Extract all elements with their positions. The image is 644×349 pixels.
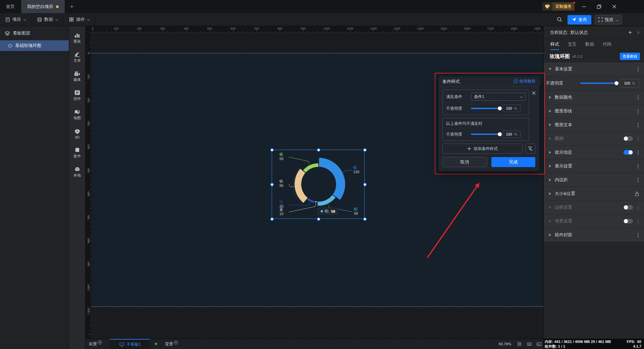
section-toggle-off[interactable] bbox=[624, 205, 633, 210]
tab-home[interactable]: 首页 bbox=[0, 0, 21, 13]
settings-section-11[interactable]: 背景设置 bbox=[544, 214, 644, 228]
opacity-input[interactable]: 100% bbox=[502, 105, 521, 112]
section-toggle-off[interactable] bbox=[624, 136, 633, 141]
board-tab-active[interactable]: 子看板1 bbox=[110, 339, 150, 349]
background-button[interactable]: 背景 bbox=[162, 339, 181, 349]
chevron-collapsed-icon[interactable] bbox=[549, 96, 551, 99]
section-menu-icon[interactable] bbox=[637, 163, 639, 169]
chevron-collapsed-icon[interactable] bbox=[549, 234, 551, 236]
slider-knob[interactable] bbox=[498, 132, 502, 136]
selection-handle[interactable] bbox=[270, 217, 274, 221]
remove-condition-button[interactable] bbox=[531, 91, 536, 95]
chevron-collapsed-icon[interactable] bbox=[549, 192, 551, 195]
section-toggle-off[interactable] bbox=[624, 219, 633, 223]
selection-handle[interactable] bbox=[317, 217, 320, 221]
section-menu-icon[interactable] bbox=[637, 108, 639, 114]
settings-section-5[interactable]: 图例 bbox=[544, 132, 644, 145]
condition-select[interactable]: 条件1 bbox=[471, 93, 526, 101]
layer-item-rose-chart[interactable]: 基础玫瑰环图 bbox=[0, 40, 69, 51]
settings-section-12[interactable]: 组件封面 bbox=[544, 228, 644, 242]
settings-section-6[interactable]: 提示信息 bbox=[544, 146, 644, 159]
section-menu-icon[interactable] bbox=[637, 122, 639, 128]
toolbox-item-1[interactable]: 图表 bbox=[69, 30, 85, 47]
opacity-slider[interactable] bbox=[580, 83, 616, 84]
selection-handle[interactable] bbox=[363, 217, 367, 221]
chevron-collapsed-icon[interactable] bbox=[549, 151, 551, 154]
console-button[interactable] bbox=[534, 341, 541, 347]
add-board-button[interactable]: + bbox=[150, 341, 162, 347]
opacity-input[interactable]: 100% bbox=[502, 131, 521, 138]
window-minimize-button[interactable] bbox=[577, 0, 591, 13]
slider-knob[interactable] bbox=[614, 81, 619, 85]
selection-handle[interactable] bbox=[363, 183, 367, 186]
section-menu-icon[interactable] bbox=[637, 150, 639, 155]
toolbox-item-3[interactable]: 媒体 bbox=[69, 68, 85, 85]
settings-section-2[interactable]: 数据颜色 bbox=[544, 91, 644, 104]
selection-handle[interactable] bbox=[270, 183, 274, 186]
fit-view-button[interactable] bbox=[515, 341, 522, 347]
tab-interaction[interactable]: 交互 bbox=[568, 39, 577, 50]
expand-states-button[interactable] bbox=[637, 31, 639, 34]
section-menu-icon[interactable] bbox=[637, 205, 639, 210]
toolbox-item-7[interactable]: 套件 bbox=[69, 144, 85, 162]
slider-knob[interactable] bbox=[498, 106, 502, 110]
section-toggle-on[interactable] bbox=[624, 150, 633, 155]
add-state-button[interactable]: + bbox=[628, 29, 632, 36]
tab-data[interactable]: 数据 bbox=[585, 39, 594, 50]
tab-style[interactable]: 样式 bbox=[550, 39, 559, 50]
window-maximize-button[interactable] bbox=[592, 0, 606, 13]
selection-handle[interactable] bbox=[270, 148, 274, 152]
chevron-collapsed-icon[interactable] bbox=[549, 137, 551, 140]
toolbox-item-4[interactable]: 控件 bbox=[69, 87, 85, 104]
publish-button[interactable]: 发布 bbox=[568, 15, 591, 24]
window-close-button[interactable] bbox=[607, 0, 622, 13]
settings-section-4[interactable]: 图形文本 bbox=[544, 118, 644, 132]
opacity-slider[interactable] bbox=[471, 108, 500, 109]
vip-service-badge[interactable]: 定制服务 bbox=[542, 2, 575, 11]
selection-handle[interactable] bbox=[317, 148, 320, 152]
preview-button[interactable]: 预览 bbox=[595, 15, 622, 24]
chevron-collapsed-icon[interactable] bbox=[549, 165, 551, 167]
add-condition-button[interactable]: 添加条件样式 bbox=[442, 144, 523, 154]
section-menu-icon[interactable] bbox=[637, 95, 639, 100]
menu-operate[interactable]: 操作 bbox=[64, 13, 96, 26]
menu-data[interactable]: 数据 bbox=[32, 13, 64, 26]
filter-condition-button[interactable] bbox=[525, 144, 535, 154]
zoom-level[interactable]: 69.79% bbox=[499, 342, 511, 346]
settings-section-9[interactable]: 大小&位置 bbox=[544, 187, 644, 200]
tab-project[interactable]: 我的空白项目 bbox=[21, 0, 65, 13]
chevron-collapsed-icon[interactable] bbox=[549, 123, 551, 126]
chevron-collapsed-icon[interactable] bbox=[549, 206, 551, 209]
settings-section-8[interactable]: 内边距 bbox=[544, 173, 644, 187]
settings-section-1[interactable]: 基本设置 bbox=[544, 62, 644, 76]
selection-handle[interactable] bbox=[363, 148, 367, 152]
new-tab-button[interactable]: + bbox=[65, 0, 78, 13]
chevron-collapsed-icon[interactable] bbox=[549, 220, 551, 222]
section-menu-icon[interactable] bbox=[637, 136, 639, 142]
menu-project[interactable]: 项目 bbox=[0, 13, 32, 26]
toolbox-item-5[interactable]: 地图 bbox=[69, 106, 85, 123]
settings-section-3[interactable]: 图形形状 bbox=[544, 104, 644, 118]
chevron-collapsed-icon[interactable] bbox=[549, 179, 551, 181]
toolbox-item-6[interactable]: 3D bbox=[69, 125, 85, 143]
chevron-expanded-icon[interactable] bbox=[549, 68, 551, 70]
foreground-button[interactable]: 前景 bbox=[86, 339, 105, 349]
toolbox-item-8[interactable]: 本地 bbox=[69, 163, 85, 181]
opacity-slider[interactable] bbox=[471, 134, 500, 135]
tab-code[interactable]: 代码 bbox=[603, 39, 611, 50]
settings-section-10[interactable]: 边框设置 bbox=[544, 201, 644, 214]
section-menu-icon[interactable] bbox=[637, 66, 639, 72]
section-menu-icon[interactable] bbox=[637, 232, 639, 238]
confirm-button[interactable]: 完成 bbox=[491, 157, 535, 167]
search-button[interactable] bbox=[555, 15, 564, 24]
opacity-input[interactable]: 100% bbox=[620, 79, 639, 88]
settings-section-7[interactable]: 展示设置 bbox=[544, 159, 644, 173]
section-menu-icon[interactable] bbox=[637, 218, 639, 224]
section-menu-icon[interactable] bbox=[637, 177, 639, 183]
cancel-button[interactable]: 取消 bbox=[442, 157, 487, 167]
help-link[interactable]: ? 使用教程 bbox=[514, 79, 535, 84]
view-tutorial-button[interactable]: 查看教程 bbox=[620, 53, 640, 60]
shortcut-keys-button[interactable] bbox=[524, 341, 532, 347]
chevron-collapsed-icon[interactable] bbox=[549, 110, 551, 112]
toolbox-item-2[interactable]: 文本 bbox=[69, 49, 85, 66]
